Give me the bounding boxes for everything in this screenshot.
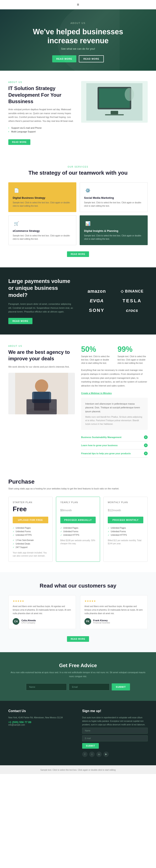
purchase-title: Purchase <box>8 478 148 485</box>
agency-right-description: Everything that can be necessary to crea… <box>81 368 148 388</box>
svg-rect-11 <box>26 399 57 414</box>
navigation: ≡ <box>0 0 156 9</box>
services-title: The strategy of our teamwork with you <box>8 169 148 176</box>
svg-point-5 <box>125 88 134 101</box>
testimonial-card-2: ★★★★★ Amet sed libero enim sed faucibus … <box>80 595 148 629</box>
pricing-grid: Starter Plan Free Upload for Free Unlimi… <box>8 497 148 562</box>
accordion: Business Sustainability Management + Lea… <box>81 433 148 458</box>
agency-title: We are the best agency to improve your d… <box>8 349 75 362</box>
partner-logo-evga: EVGA <box>81 298 112 304</box>
testimonial-text-1: Amet sed libero enim sed faucibus turpis… <box>13 604 71 615</box>
partner-logo-amazon: amazon <box>81 288 112 294</box>
linkedin-icon[interactable]: in <box>96 751 102 757</box>
footer: Contact Us New York, 4146 Parker Rd. All… <box>0 701 156 765</box>
footer-signup-desc: Duis aute irure dolor in reprehenderit i… <box>82 716 148 726</box>
monthly-features: Unlimited Pages Unlimited Forms Unlimite… <box>108 526 143 537</box>
stats-row: 50% Sample text. Click to select the tex… <box>81 345 148 365</box>
author-avatar-2: FK <box>85 618 91 625</box>
yearly-price: $9/month <box>60 505 96 513</box>
stat-desc-2: Sample text. Click to select the text bo… <box>118 355 148 365</box>
about-image <box>81 81 148 123</box>
yearly-feature-3: Unlimited HTTPS <box>60 533 96 537</box>
footer-name-input[interactable] <box>82 728 148 734</box>
author-name-1: Celia Almeda <box>22 619 36 622</box>
pricing-card-starter: Starter Plan Free Upload for Free Unlimi… <box>8 497 53 562</box>
services-read-more-button[interactable]: Read More <box>67 251 89 257</box>
starter-features: Unlimited Pages Unlimited Forms Unlimite… <box>13 526 48 537</box>
starter-feature-2: Unlimited Forms <box>13 530 48 533</box>
author-avatar-1: CA <box>13 618 19 625</box>
partners-description: Paragraph, lorem ipsum dolor sit amet, c… <box>8 302 75 314</box>
partner-logo-binance: ◇ BINANCE <box>117 289 148 293</box>
cta-form: Submit <box>26 683 130 690</box>
svg-rect-3 <box>111 111 118 114</box>
about-title: IT Solution Strategy Development For You… <box>8 85 75 104</box>
agency-image <box>8 373 75 414</box>
menu-icon[interactable]: ≡ <box>77 2 79 7</box>
service-card-desc-2: Sample text. Click to select the text bo… <box>84 201 143 208</box>
hero-read-more-button[interactable]: Read More <box>52 55 76 62</box>
accordion-icon-2: + <box>144 443 148 447</box>
testimonials-read-more-button[interactable]: Read More <box>67 636 89 642</box>
cta-email-input[interactable] <box>69 683 110 690</box>
service-card-desc-1: Sample text. Click to select the text bo… <box>13 201 72 208</box>
agency-description: We work directly for our clients and put… <box>8 365 75 369</box>
pricing-card-monthly: Monthly Plan $12/month Proceed Monthly U… <box>103 497 148 562</box>
stat-item-1: 50% Sample text. Click to select the tex… <box>81 345 111 365</box>
facebook-icon[interactable]: f <box>82 751 88 757</box>
footer-signup: Sign me up! Duis aute irure dolor in rep… <box>82 709 148 757</box>
agency-label: About Us <box>8 345 75 347</box>
accordion-item-2: Learn how to grow your business + <box>81 441 148 450</box>
cta-name-input[interactable] <box>26 683 67 690</box>
testimonials-title: Read what our customers say <box>8 583 148 589</box>
monthly-plan-name: Monthly Plan <box>108 501 143 503</box>
service-icon-1: 📄 <box>13 187 20 194</box>
starter-feature-3: Unlimited HTTPS <box>13 533 48 537</box>
starter-price: Free <box>13 505 48 513</box>
footer-submit-button[interactable]: Submit <box>82 743 99 749</box>
footer-email[interactable]: info@sample.com <box>8 724 74 726</box>
hero-read-more2-button[interactable]: Read More <box>79 55 104 62</box>
stat-number-2: 99% <box>118 345 148 354</box>
about-read-more-button[interactable]: Read More <box>8 139 30 145</box>
testimonial-card-1: ★★★★★ Amet sed libero enim sed faucibus … <box>8 595 76 629</box>
upload-free-button[interactable]: Upload for Free <box>13 517 48 523</box>
partners-read-more-button[interactable]: Read More <box>8 318 32 324</box>
starter-feature-1: Unlimited Pages <box>13 526 48 530</box>
cta-title: Get Free Advice <box>8 662 148 669</box>
accordion-header-3[interactable]: Financial tips to help you grow your pro… <box>81 452 148 455</box>
partner-logo-tesla: TESLA <box>117 298 148 304</box>
youtube-icon[interactable]: ▶ <box>103 751 109 757</box>
create-webinar-link[interactable]: Create a Webinar in Minutes <box>81 392 112 394</box>
testimonial-author-1: CA Celia Almeda CFO Company <box>13 618 71 625</box>
footer-email-input[interactable] <box>82 735 148 741</box>
proceed-monthly-button[interactable]: Proceed Monthly <box>108 517 143 523</box>
yearly-plan-name: Yearly Plan <box>60 501 96 503</box>
starter-extra-1: 1 Free Sub-Domain <box>13 538 48 542</box>
agency-person-box: Interdum sed ullamcorper in pellentesque… <box>81 398 148 430</box>
service-icon-4: 📊 <box>84 220 92 227</box>
about-list-item: Multi-Language Support <box>8 130 75 133</box>
accordion-header-1[interactable]: Business Sustainability Management + <box>81 435 148 439</box>
footer-phone[interactable]: +1 (555) 556 77 89 <box>8 721 74 724</box>
pricing-card-yearly: Yearly Plan $9/month Proceed Annually Un… <box>56 497 100 562</box>
accordion-icon-3: + <box>144 452 148 455</box>
footer-signup-title: Sign me up! <box>82 709 148 713</box>
monthly-note: Billed $12 per website monthly. Total $1… <box>108 539 143 545</box>
service-card-title-1: Digital Business Strategy <box>13 196 72 199</box>
yearly-feature-1: Unlimited Pages <box>60 526 96 530</box>
twitter-icon[interactable]: t <box>89 751 95 757</box>
monthly-feature-1: Unlimited Pages <box>108 526 143 530</box>
accordion-header-2[interactable]: Learn how to grow your business + <box>81 443 148 447</box>
accordion-label-1: Business Sustainability Management <box>81 436 122 438</box>
starter-plan-name: Starter Plan <box>13 501 48 503</box>
cta-submit-button[interactable]: Submit <box>112 683 130 690</box>
testimonial-stars-2: ★★★★★ <box>85 599 143 602</box>
svg-point-9 <box>35 379 48 393</box>
proceed-annually-button[interactable]: Proceed Annually <box>60 517 96 523</box>
footer-social: f t in ▶ <box>82 751 148 757</box>
services-section: Our Services The strategy of our teamwor… <box>0 155 156 267</box>
starter-note: Your static.app domain included. You can… <box>13 551 48 557</box>
purchase-section: Purchase Start using static.app as a hos… <box>0 468 156 572</box>
partners-heading: Large payments volume or unique business… <box>8 278 75 299</box>
